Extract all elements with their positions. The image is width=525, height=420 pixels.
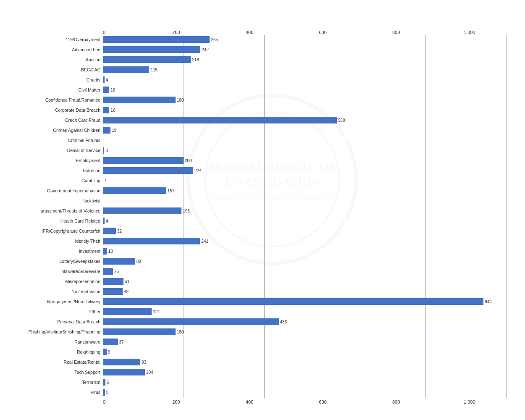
- bars-wrapper: FEDERAL BUREAU OF INVESTIGATION FIDELITY…: [19, 35, 506, 398]
- bar-label: Hacktivist: [19, 198, 103, 203]
- bar-label: Extortion: [19, 168, 103, 173]
- bar-fill: [103, 157, 184, 164]
- bar-fill: [103, 389, 105, 396]
- bar-value: 37: [119, 340, 124, 344]
- bar-label: 419/Overpayment: [19, 37, 103, 42]
- bottom-tick-label: 600: [286, 399, 360, 404]
- bar-label: Identity Theft: [19, 239, 103, 244]
- bar-fill: [103, 339, 118, 345]
- bar-row: Real Estate/Rental93: [19, 357, 506, 367]
- bar-label: BEC/EAC: [19, 67, 103, 72]
- bar-track: 9: [103, 347, 506, 357]
- tick-label: 200: [139, 30, 213, 35]
- bar-value: 180: [177, 330, 184, 334]
- bar-label: Advanced Fee: [19, 47, 103, 52]
- bar-fill: [103, 187, 166, 194]
- bar-fill: [103, 369, 145, 375]
- bar-row: Hacktivist: [19, 196, 506, 205]
- bar-fill: [103, 359, 140, 365]
- bar-value: 16: [110, 88, 115, 92]
- bar-label: Terrorism: [19, 380, 103, 385]
- bar-track: 104: [103, 368, 506, 377]
- bar-label: Criminal Forums: [19, 138, 103, 143]
- bars-section: 419/Overpayment265Advanced Fee242Auction…: [19, 35, 506, 398]
- bar-value: 93: [142, 360, 146, 365]
- bar-row: Auction218: [19, 55, 506, 64]
- bar-value: 241: [201, 239, 208, 244]
- bar-track: 3: [103, 146, 506, 155]
- tick-label: 800: [360, 30, 433, 35]
- bar-track: 5: [103, 388, 506, 397]
- bar-fill: [103, 308, 152, 315]
- bar-row: Personal Data Breach436: [19, 317, 506, 326]
- bar-track: 580: [103, 116, 506, 125]
- bar-row: Charity4: [19, 75, 506, 84]
- bar-track: 265: [103, 35, 506, 44]
- bar-track: 180: [103, 95, 506, 105]
- bar-track: 10: [103, 247, 506, 256]
- bar-value: 5: [106, 390, 109, 395]
- bar-value: 9: [108, 350, 110, 354]
- bar-track: 224: [103, 166, 506, 175]
- bar-fill: [103, 56, 191, 63]
- bar-fill: [103, 36, 210, 43]
- bar-value: 51: [125, 279, 129, 284]
- bar-row: Ransomware37: [19, 337, 506, 346]
- bar-row: 419/Overpayment265: [19, 35, 506, 44]
- bar-label: Crimes Against Children: [19, 128, 103, 133]
- bar-row: Harassment/Threats of Violence195: [19, 206, 506, 215]
- bar-row: Confidence Fraud/Romance180: [19, 95, 506, 105]
- bar-fill: [103, 147, 104, 154]
- bar-track: 6: [103, 378, 506, 387]
- bar-track: 16: [103, 85, 506, 94]
- bar-track: 80: [103, 257, 506, 266]
- tick-label: 0: [103, 30, 139, 35]
- bar-row: IPR/Copyright and Counterfeit32: [19, 226, 506, 236]
- bar-value: 157: [168, 189, 175, 193]
- bar-fill: [103, 97, 176, 103]
- bar-value: 49: [124, 289, 129, 294]
- bar-track: 180: [103, 327, 506, 336]
- bar-row: Misrepresentation51: [19, 277, 506, 286]
- bar-row: Non-payment/Non-Delivery944: [19, 297, 506, 306]
- bar-label: Charity: [19, 77, 103, 82]
- tick-label: 1,000: [433, 30, 506, 35]
- bar-value: 1: [105, 178, 107, 183]
- bar-value: 6: [107, 380, 109, 385]
- bar-row: Government Impersonation157: [19, 186, 506, 195]
- bar-fill: [103, 298, 483, 305]
- bar-row: Credit Card Fraud580: [19, 116, 506, 125]
- bar-label: Government Impersonation: [19, 188, 103, 193]
- bar-track: 218: [103, 55, 506, 64]
- bar-value: 200: [185, 158, 192, 163]
- grid-line: [506, 35, 507, 398]
- bar-value: 436: [280, 320, 287, 324]
- bar-row: Health Care Related4: [19, 216, 506, 226]
- bar-value: 16: [110, 108, 115, 113]
- axis-ticks-row: 02004006008001,000: [103, 30, 506, 35]
- bar-label: Gambling: [19, 178, 103, 183]
- bar-value: 32: [117, 229, 122, 234]
- bar-track: 115: [103, 65, 506, 74]
- bar-label: Real Estate/Rental: [19, 360, 103, 365]
- bar-label: Harassment/Threats of Violence: [19, 208, 103, 213]
- bar-label: Virus: [19, 390, 103, 395]
- bar-track: 49: [103, 287, 506, 296]
- bar-value: 180: [177, 98, 184, 102]
- bar-track: 32: [103, 226, 506, 236]
- bar-fill: [103, 207, 181, 214]
- bar-track: 436: [103, 317, 506, 326]
- bar-track: 1: [103, 176, 506, 185]
- bar-row: Investment10: [19, 247, 506, 256]
- bottom-tick-label: 800: [360, 399, 433, 404]
- bar-value: 115: [150, 68, 158, 72]
- bar-row: Virus5: [19, 388, 506, 397]
- bar-label: Re-shipping: [19, 349, 103, 354]
- bar-label: Auction: [19, 57, 103, 62]
- bar-value: 195: [183, 209, 190, 213]
- bar-value: 80: [136, 259, 141, 264]
- bar-track: 37: [103, 337, 506, 346]
- chart-area: 02004006008001,000 FEDERAL BUREAU OF INV…: [19, 28, 506, 404]
- bar-fill: [103, 238, 200, 244]
- bar-label: Confidence Fraud/Romance: [19, 97, 103, 102]
